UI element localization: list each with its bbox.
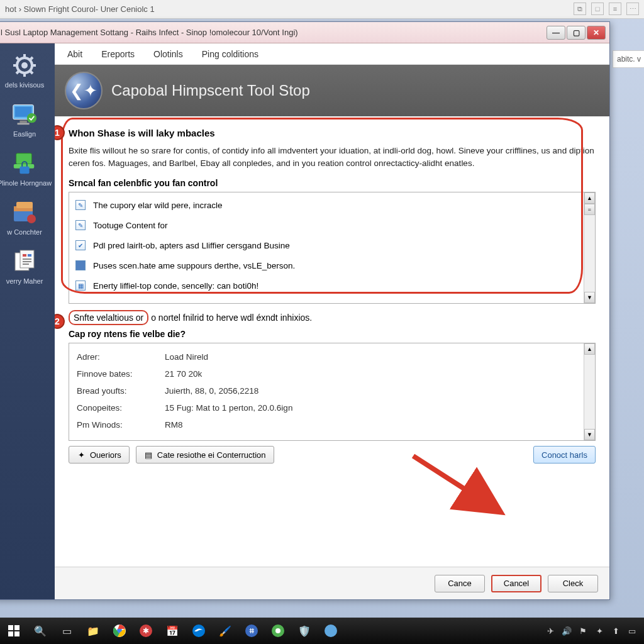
- system-tray[interactable]: ✈ 🔊 ⚑ ✦ ⬆ ▭: [545, 625, 641, 636]
- gear-icon: [11, 52, 38, 79]
- svg-line-9: [16, 71, 19, 74]
- app-icon[interactable]: [267, 621, 289, 641]
- search-icon[interactable]: 🔍: [29, 621, 52, 641]
- list-item-label: Tootuge Content for: [93, 221, 168, 230]
- header-band: ❮✦ Capobal Himpscent Tool Stop: [55, 65, 609, 116]
- svg-point-21: [27, 214, 36, 223]
- svg-rect-32: [8, 631, 13, 636]
- detail-row: Bread youfts:Juierth, 88, 0, 2056,2218: [77, 382, 587, 399]
- svg-text:ⵌ: ⵌ: [249, 627, 255, 635]
- checkbox-icon[interactable]: ✎: [75, 220, 86, 230]
- tray-icon[interactable]: ✈: [545, 625, 556, 636]
- edge-icon[interactable]: [187, 621, 210, 641]
- taskbar[interactable]: 🔍 ▭ 📁 ✱ 📅 🖌️ ⵌ 🛡️ ✈ 🔊 ⚑ ✦ ⬆ ▭: [0, 618, 644, 644]
- list-item[interactable]: ▦Enerty liffiel-top conde, sencelly: can…: [69, 275, 595, 296]
- menubar: Abit Ereports Olotinls Ping colditions: [55, 43, 609, 65]
- tray-icon[interactable]: ⬆: [610, 625, 621, 636]
- scroll-up-icon[interactable]: ▲: [584, 192, 595, 204]
- report-icon: [11, 248, 38, 275]
- scroll-down-icon[interactable]: ▼: [584, 292, 595, 303]
- package-icon: [11, 199, 38, 226]
- titlebar[interactable]: l Susl Laptop Management Sottang - Raihs…: [0, 22, 609, 43]
- detail-label: Finnove bates:: [77, 369, 165, 379]
- detail-row: Conopeites:15 Fug: Mat to 1 perton, 20.0…: [77, 399, 587, 416]
- svg-rect-15: [16, 153, 32, 164]
- checkbox-icon[interactable]: [75, 260, 86, 270]
- taskview-icon[interactable]: ▭: [55, 621, 78, 641]
- detail-row: Adrer:Load Nireld: [77, 348, 587, 365]
- maximize-button[interactable]: ▢: [567, 26, 586, 40]
- browser-tool-icon[interactable]: ≡: [609, 3, 621, 15]
- connect-button[interactable]: Conoct harls: [533, 446, 596, 464]
- start-button[interactable]: [3, 621, 25, 641]
- browser-tool-icon[interactable]: ⧉: [574, 3, 586, 15]
- details-heading: Cap roy ntens fie velbe die?: [69, 329, 596, 339]
- svg-rect-26: [23, 258, 31, 260]
- checkbox-icon[interactable]: ✎: [75, 200, 86, 210]
- monitor-check-icon: [11, 101, 38, 128]
- cance-button[interactable]: Cance: [435, 575, 485, 592]
- svg-rect-27: [23, 261, 31, 262]
- sidebar-item-label: dels kivisous: [5, 81, 44, 89]
- list-item[interactable]: ✎Tootuge Content for: [69, 215, 595, 235]
- svg-rect-17: [19, 167, 29, 174]
- callout-badge-1: 1: [55, 125, 65, 140]
- queries-button[interactable]: ✦Oueriors: [69, 446, 130, 464]
- details-box: Adrer:Load Nireld Finnove bates:21 70 20…: [69, 343, 596, 441]
- step2-rest: o nortel fnilrid to herve wdl éxndt inhi…: [148, 313, 312, 323]
- document-icon: ▤: [144, 450, 153, 460]
- svg-rect-24: [23, 254, 26, 257]
- list-item[interactable]: ✔Pdl pred lairlt-ob, apters asd Lliffier…: [69, 235, 595, 255]
- svg-rect-31: [14, 625, 19, 630]
- sidebar-item-kivisous[interactable]: dels kivisous: [0, 46, 55, 95]
- menu-ereports[interactable]: Ereports: [101, 49, 135, 59]
- scrollbar[interactable]: ▲ ▼: [584, 343, 595, 440]
- scroll-up-icon[interactable]: ▲: [584, 343, 595, 355]
- chrome-icon[interactable]: [108, 621, 131, 641]
- minimize-button[interactable]: —: [547, 26, 565, 40]
- sidebar-item-maher[interactable]: verry Maher: [0, 242, 55, 291]
- construct-button[interactable]: ▤Cate resiothe ei Conterruction: [136, 446, 274, 464]
- browser-tool-icon[interactable]: ⋯: [626, 3, 639, 15]
- file-explorer-icon[interactable]: 📁: [82, 621, 104, 641]
- sidebar-item-label: verry Maher: [6, 277, 43, 285]
- scroll-down-icon[interactable]: ▼: [584, 429, 595, 440]
- cancel-button[interactable]: Cancel: [491, 575, 541, 592]
- app-icon[interactable]: 🖌️: [214, 621, 236, 641]
- app-icon[interactable]: [319, 621, 342, 641]
- menu-olotinls[interactable]: Olotinls: [153, 49, 183, 59]
- list-item-label: The cupory elar wild pere, incracle: [93, 201, 223, 210]
- breadcrumb-text: hot › Slown Fright Courol- Uner Ceniolc …: [5, 4, 155, 14]
- tray-icon[interactable]: ▭: [626, 625, 638, 636]
- detail-row: Pm Winods:RM8: [77, 416, 587, 433]
- tray-icon[interactable]: ⚑: [577, 625, 589, 636]
- menu-abit[interactable]: Abit: [67, 49, 82, 59]
- cleck-button[interactable]: Cleck: [548, 575, 598, 592]
- browser-tool-icon[interactable]: □: [591, 3, 604, 15]
- tray-icon[interactable]: ✦: [594, 625, 605, 636]
- tray-icon[interactable]: 🔊: [561, 625, 572, 636]
- detail-label: Pm Winods:: [77, 420, 165, 430]
- app-icon[interactable]: 🛡️: [293, 621, 316, 641]
- checkbox-icon[interactable]: ▦: [75, 280, 86, 291]
- svg-point-42: [275, 628, 280, 633]
- scrollbar[interactable]: ▲ = ▼: [584, 192, 595, 303]
- sidebar-item-conchter[interactable]: w Conchter: [0, 193, 55, 242]
- sidebar-item-easlign[interactable]: Easlign: [0, 95, 55, 144]
- checkbox-icon[interactable]: ✔: [75, 240, 86, 250]
- scroll-handle-icon[interactable]: =: [584, 204, 595, 215]
- list-item-label: Puses scen.hate ame suppours derthe, vsL…: [93, 261, 295, 270]
- close-button[interactable]: ✕: [587, 26, 606, 40]
- app-icon[interactable]: ⵌ: [240, 621, 263, 641]
- svg-rect-20: [16, 202, 33, 208]
- svg-text:✱: ✱: [143, 626, 149, 635]
- menu-ping[interactable]: Ping colditions: [202, 49, 258, 59]
- options-listbox[interactable]: ✎The cupory elar wild pere, incracle ✎To…: [69, 192, 596, 304]
- sidebar-item-label: w Conchter: [7, 228, 42, 236]
- calendar-icon[interactable]: 📅: [161, 621, 184, 641]
- dialog-window: l Susl Laptop Management Sottang - Raihs…: [0, 21, 610, 600]
- list-item[interactable]: Puses scen.hate ame suppours derthe, vsL…: [69, 255, 595, 275]
- sidebar-item-plinole[interactable]: Plinole Horngnaw: [0, 144, 55, 193]
- list-item[interactable]: ✎The cupory elar wild pere, incracle: [69, 195, 595, 215]
- app-icon[interactable]: ✱: [135, 621, 157, 641]
